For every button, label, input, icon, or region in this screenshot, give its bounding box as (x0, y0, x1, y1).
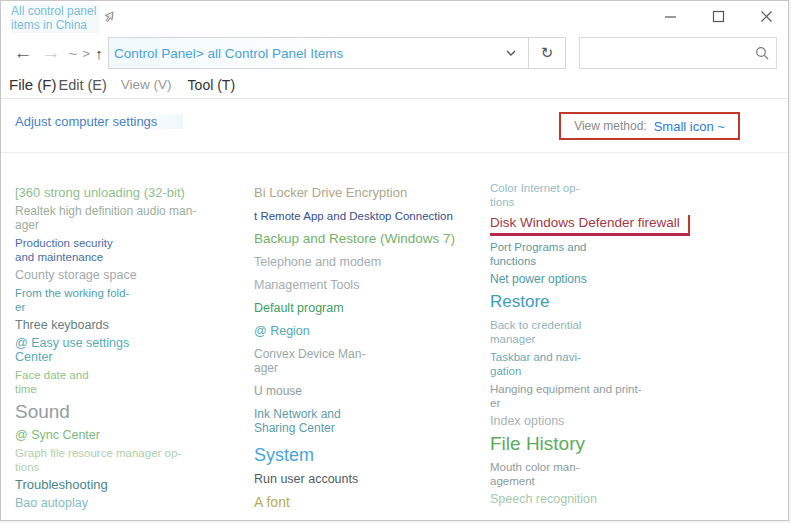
panel-item-run-user-accounts[interactable]: Run user accounts (254, 472, 490, 486)
adjust-settings-label: Adjust computer settings (15, 114, 183, 129)
minimize-button[interactable] (662, 8, 678, 24)
panel-item-sound[interactable]: Sound (15, 400, 254, 423)
panel-item-port-programs-and-functions[interactable]: Port Programs and functions (490, 240, 780, 268)
panel-item-from-the-working-fold-er[interactable]: From the working fold- er (15, 286, 254, 314)
panel-item-backup-and-restore-windows-7[interactable]: Backup and Restore (Windows 7) (254, 232, 490, 246)
items-column-3: Color Internet op- tionsDisk Windows Def… (490, 181, 780, 520)
window-controls (662, 8, 774, 24)
panel-item-three-keyboards[interactable]: Three keyboards (15, 318, 254, 332)
panel-item-t-remote-app-and-desktop-connection[interactable]: t Remote App and Desktop Connection (254, 209, 490, 223)
cursor-icon (101, 9, 116, 28)
view-method-label: View method: (574, 119, 647, 133)
title-bar: All control panel items in China (1, 1, 788, 33)
panel-item-disk-windows-defender-firewall[interactable]: Disk Windows Defender firewall (490, 215, 690, 236)
search-icon[interactable] (748, 46, 776, 60)
panel-item-region[interactable]: @ Region (254, 324, 490, 338)
panel-item-file-history[interactable]: File History (490, 432, 780, 455)
panel-item-net-power-options[interactable]: Net power options (490, 272, 780, 286)
panel-item-easy-use-settings-center[interactable]: @ Easy use settings Center (15, 336, 254, 364)
up-icon[interactable]: ↑ (91, 37, 107, 69)
items-grid: [360 strong unloading (32-bit)Realtek hi… (1, 154, 788, 520)
panel-item-bi-locker-drive-encryption[interactable]: Bi Locker Drive Encryption (254, 186, 490, 200)
chevron-down-icon[interactable] (494, 38, 528, 68)
items-column-2: Bi Locker Drive Encryptiont Remote App a… (254, 181, 490, 520)
panel-item-sync-center[interactable]: @ Sync Center (15, 428, 254, 442)
search-box[interactable] (579, 37, 777, 69)
items-column-1: [360 strong unloading (32-bit)Realtek hi… (15, 181, 254, 520)
header-row: Adjust computer settings View method: Sm… (1, 100, 788, 153)
panel-item-management-tools[interactable]: Management Tools (254, 278, 490, 292)
address-bar[interactable]: Control Panel> all Control Panel Items ↻ (108, 37, 566, 69)
panel-item-troubleshooting[interactable]: Troubleshooting (15, 478, 254, 492)
menu-tool[interactable]: Tool (T) (188, 77, 235, 93)
panel-item-bao-autoplay[interactable]: Bao autoplay (15, 496, 254, 510)
panel-item-360-strong-unloading-32-bit[interactable]: [360 strong unloading (32-bit) (15, 186, 254, 200)
menu-view[interactable]: View (V) (121, 77, 172, 92)
panel-item-restore[interactable]: Restore (490, 290, 780, 313)
menu-edit[interactable]: Edit (E) (59, 77, 107, 93)
control-panel-window: All control panel items in China ← → ~ >… (0, 0, 789, 521)
close-button[interactable] (758, 8, 774, 24)
panel-item-taskbar-and-navi-gation[interactable]: Taskbar and navi- gation (490, 350, 780, 378)
search-input[interactable] (580, 38, 748, 68)
panel-item-ink-network-and-sharing-center[interactable]: Ink Network and Sharing Center (254, 407, 490, 435)
panel-item-convex-device-man-ager[interactable]: Convex Device Man- ager (254, 347, 490, 375)
panel-item-default-program[interactable]: Default program (254, 301, 490, 315)
panel-item-graph-file-resource-manager-op-tions[interactable]: Graph file resource manager op- tions (15, 446, 254, 474)
view-method-box: View method: Small icon ~ (559, 112, 740, 140)
navigation-bar: ← → ~ > ↑ Control Panel> all Control Pan… (1, 37, 788, 69)
view-method-value[interactable]: Small icon ~ (654, 119, 725, 134)
maximize-button[interactable] (710, 8, 726, 24)
panel-item-system[interactable]: System (254, 444, 490, 467)
panel-item-color-internet-op-tions[interactable]: Color Internet op- tions (490, 181, 780, 209)
back-icon[interactable]: ← (11, 37, 35, 69)
menu-file[interactable]: File (F) (9, 76, 57, 93)
menu-bar: File (F) Edit (E) View (V) Tool (T) (1, 71, 788, 99)
panel-item-production-security-and-maintenance[interactable]: Production security and maintenance (15, 236, 254, 264)
recent-pages-tilde[interactable]: ~ (65, 37, 81, 69)
refresh-icon[interactable]: ↻ (528, 38, 565, 68)
panel-item-hanging-equipment-and-print-er[interactable]: Hanging equipment and print- er (490, 382, 780, 410)
panel-item-realtek-high-definition-audio-man-ager[interactable]: Realtek high definition audio man- ager (15, 204, 254, 232)
panel-item-mouth-color-man-agement[interactable]: Mouth color man- agement (490, 460, 780, 488)
window-title: All control panel items in China (11, 4, 99, 33)
panel-item-county-storage-space[interactable]: County storage space (15, 268, 254, 282)
forward-icon[interactable]: → (39, 37, 63, 69)
panel-item-speech-recognition[interactable]: Speech recognition (490, 492, 780, 506)
panel-item-face-date-and-time[interactable]: Face date and time (15, 368, 254, 396)
panel-item-telephone-and-modem[interactable]: Telephone and modem (254, 255, 490, 269)
breadcrumb[interactable]: Control Panel> all Control Panel Items (109, 38, 494, 68)
panel-item-u-mouse[interactable]: U mouse (254, 384, 490, 398)
panel-item-a-font[interactable]: A font (254, 495, 490, 509)
panel-item-index-options[interactable]: Index options (490, 414, 780, 428)
panel-item-back-to-credential-manager[interactable]: Back to credential manager (490, 318, 780, 346)
